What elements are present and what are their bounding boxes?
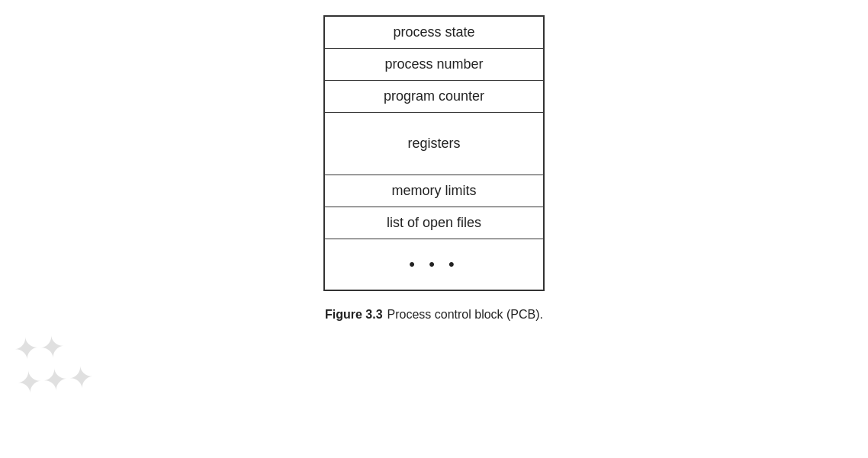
- table-row: memory limits: [324, 175, 544, 207]
- figure-text: Process control block (PCB).: [387, 308, 544, 322]
- diagram-container: process state process number program cou…: [323, 15, 545, 322]
- memory-limits-cell: memory limits: [324, 175, 544, 207]
- registers-cell: registers: [324, 113, 544, 175]
- table-row: process number: [324, 49, 544, 81]
- program-counter-cell: program counter: [324, 81, 544, 113]
- pcb-diagram: process state process number program cou…: [323, 15, 545, 291]
- watermark: ✦✦✦✦✦: [12, 327, 95, 401]
- dots-cell: • • •: [324, 239, 544, 291]
- table-row: process state: [324, 16, 544, 49]
- figure-caption: Figure 3.3 Process control block (PCB).: [325, 308, 543, 322]
- table-row: registers: [324, 113, 544, 175]
- process-number-cell: process number: [324, 49, 544, 81]
- table-row: list of open files: [324, 207, 544, 239]
- figure-label: Figure 3.3: [325, 308, 383, 322]
- table-row: program counter: [324, 81, 544, 113]
- open-files-cell: list of open files: [324, 207, 544, 239]
- process-state-cell: process state: [324, 16, 544, 49]
- table-row: • • •: [324, 239, 544, 291]
